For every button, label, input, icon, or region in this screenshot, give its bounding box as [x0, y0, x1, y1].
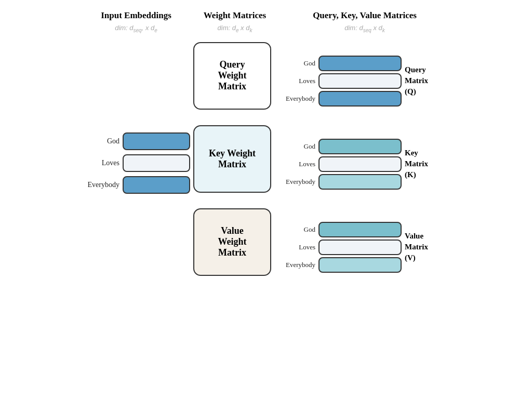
qkv-header: Query, Key, Value Matrices	[282, 10, 448, 21]
key-matrix-name: Key Matrix (K)	[405, 148, 441, 180]
query-weight-row: Query Weight Matrix	[193, 39, 271, 123]
q-bar-god	[318, 56, 402, 71]
key-matrix-output-row: God Loves Everybody Key Matrix (K)	[284, 123, 441, 206]
value-matrix-output-row: God Loves Everybody Value Matrix (V)	[284, 206, 441, 289]
key-row-everybody: Everybody	[284, 174, 402, 190]
input-embeddings-header: Input Embeddings	[84, 10, 188, 21]
query-row-loves: Loves	[284, 73, 402, 89]
key-row-loves: Loves	[284, 156, 402, 172]
embed-label-loves: Loves	[87, 159, 123, 167]
key-matrix-rows: God Loves Everybody	[284, 139, 402, 190]
value-row-god: God	[284, 222, 402, 237]
v-bar-everybody	[318, 257, 402, 273]
weight-dim-label: dim: de x dk	[188, 24, 282, 33]
embed-bar-loves	[123, 154, 190, 172]
v-bar-god	[318, 222, 402, 237]
v-bar-loves	[318, 240, 402, 255]
key-row-god: God	[284, 139, 402, 154]
q-label-everybody: Everybody	[284, 95, 315, 103]
qkv-dim-label: dim: dseq x dk	[282, 24, 448, 33]
embed-bar-god	[123, 132, 190, 150]
value-weight-matrix-box: Value Weight Matrix	[193, 208, 271, 276]
key-weight-row: Key Weight Matrix	[193, 123, 271, 206]
query-row-god: God	[284, 56, 402, 71]
v-label-loves: Loves	[284, 243, 315, 251]
q-label-loves: Loves	[284, 77, 315, 85]
key-weight-matrix-box: Key Weight Matrix	[193, 125, 271, 193]
key-weight-matrix-label: Key Weight Matrix	[209, 148, 256, 170]
q-bar-loves	[318, 73, 402, 89]
value-weight-matrix-label: Value Weight Matrix	[218, 225, 246, 258]
embed-label-everybody: Everybody	[87, 181, 123, 189]
weight-matrices-header: Weight Matrices	[188, 10, 282, 21]
v-label-god: God	[284, 225, 315, 234]
q-bar-everybody	[318, 91, 402, 107]
embed-bar-everybody	[123, 176, 190, 194]
k-bar-everybody	[318, 174, 402, 190]
embed-row-everybody: Everybody	[87, 176, 190, 194]
v-label-everybody: Everybody	[284, 261, 315, 269]
input-dim-label: dim: dseq, x de	[84, 24, 188, 33]
query-matrix-rows: God Loves Everybody	[284, 56, 402, 107]
k-label-loves: Loves	[284, 160, 315, 168]
value-matrix-rows: God Loves Everybody	[284, 222, 402, 273]
query-row-everybody: Everybody	[284, 91, 402, 107]
value-row-loves: Loves	[284, 240, 402, 255]
input-embeddings: God Loves Everybody	[77, 123, 190, 206]
k-bar-god	[318, 139, 402, 154]
query-weight-matrix-label: Query Weight Matrix	[218, 59, 246, 92]
k-label-god: God	[284, 142, 315, 151]
query-matrix-name: Query Matrix (Q)	[405, 64, 441, 97]
query-weight-matrix-box: Query Weight Matrix	[193, 42, 271, 110]
k-bar-loves	[318, 156, 402, 172]
q-label-god: God	[284, 59, 315, 68]
k-label-everybody: Everybody	[284, 178, 315, 186]
value-weight-row: Value Weight Matrix	[193, 206, 271, 289]
embed-label-god: God	[87, 137, 123, 145]
embed-row-god: God	[87, 132, 190, 150]
query-matrix-output-row: God Loves Everybody Query Matrix (Q)	[284, 39, 441, 123]
embed-row-loves: Loves	[87, 154, 190, 172]
value-matrix-name: Value Matrix (V)	[405, 231, 441, 263]
value-row-everybody: Everybody	[284, 257, 402, 273]
